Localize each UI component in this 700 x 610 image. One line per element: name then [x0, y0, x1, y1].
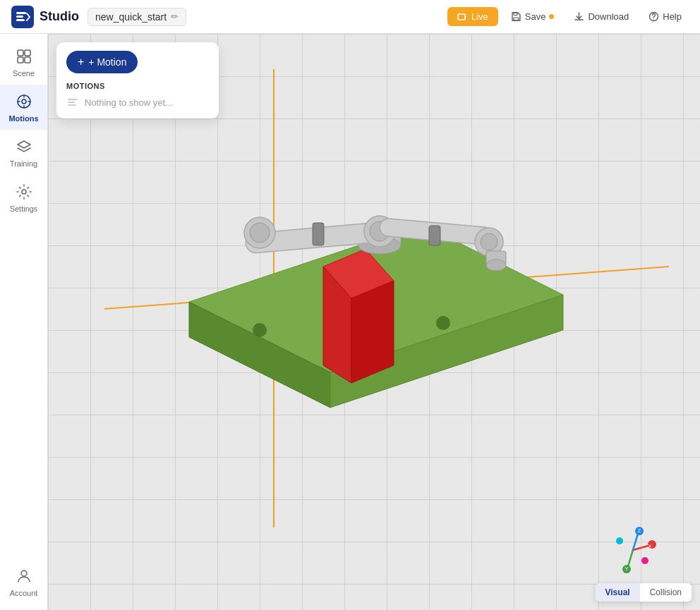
axes-gizmo: X Y Z — [608, 525, 658, 575]
svg-rect-42 — [68, 99, 78, 100]
app-title: Studio — [40, 9, 79, 24]
app-logo: Studio — [11, 6, 79, 28]
svg-rect-5 — [514, 13, 517, 16]
3d-scene — [104, 69, 669, 527]
svg-point-31 — [250, 223, 270, 243]
svg-point-13 — [22, 99, 26, 104]
motions-panel: + + Motion MOTIONS Nothing to show yet..… — [56, 42, 219, 118]
svg-point-22 — [436, 316, 450, 330]
account-icon — [14, 566, 34, 586]
sidebar-item-label: Settings — [10, 205, 38, 213]
svg-rect-0 — [16, 12, 26, 14]
save-button[interactable]: Save — [504, 7, 562, 26]
download-button[interactable]: Download — [567, 7, 636, 26]
svg-rect-1 — [16, 16, 23, 18]
help-button[interactable]: Help — [641, 7, 689, 26]
training-icon — [14, 137, 34, 157]
svg-text:Z: Z — [638, 527, 641, 534]
svg-point-7 — [653, 18, 654, 19]
settings-icon — [14, 182, 34, 202]
sidebar-item-motions[interactable]: Motions — [0, 85, 47, 130]
svg-rect-3 — [458, 14, 465, 20]
sidebar-item-label: Training — [10, 159, 37, 168]
svg-line-51 — [633, 534, 638, 550]
svg-text:Y: Y — [624, 566, 629, 572]
svg-point-21 — [253, 323, 267, 337]
svg-rect-44 — [68, 104, 76, 106]
motions-panel-header: + + Motion — [56, 42, 219, 82]
add-motion-button[interactable]: + + Motion — [66, 51, 138, 73]
motions-empty-state: Nothing to show yet... — [66, 96, 209, 109]
scene-icon — [14, 47, 34, 66]
main-layout: Scene Motions Training — [0, 34, 700, 610]
save-indicator — [549, 14, 554, 19]
motions-section: MOTIONS Nothing to show yet... — [56, 82, 219, 118]
svg-point-15 — [21, 571, 27, 576]
header: Studio new_quick_start ✏ Live Save — [0, 0, 700, 34]
svg-point-36 — [481, 233, 497, 250]
sidebar-item-training[interactable]: Training — [0, 130, 47, 175]
svg-point-39 — [486, 260, 506, 271]
svg-point-54 — [641, 557, 648, 564]
svg-rect-8 — [18, 50, 23, 56]
project-name-field[interactable]: new_quick_start ✏ — [88, 8, 186, 26]
motions-icon — [14, 92, 34, 111]
live-button[interactable]: Live — [447, 7, 498, 26]
view-visual-button[interactable]: Visual — [596, 583, 640, 602]
3d-viewport[interactable]: + + Motion MOTIONS Nothing to show yet..… — [48, 34, 700, 610]
viewport-content: + + Motion MOTIONS Nothing to show yet..… — [48, 34, 700, 610]
svg-text:X: X — [648, 543, 652, 549]
svg-marker-25 — [351, 281, 394, 383]
project-name-text: new_quick_start — [95, 11, 167, 23]
sidebar-item-label: Motions — [8, 114, 38, 123]
svg-line-48 — [628, 550, 633, 566]
svg-point-14 — [22, 190, 26, 194]
sidebar-item-scene[interactable]: Scene — [0, 39, 47, 85]
edit-icon[interactable]: ✏ — [171, 11, 179, 22]
sidebar-item-account[interactable]: Account — [0, 559, 47, 604]
svg-rect-11 — [25, 57, 30, 63]
header-actions: Live Save Download Help — [447, 7, 689, 26]
sidebar: Scene Motions Training — [0, 34, 48, 610]
sidebar-item-label: Account — [10, 589, 38, 597]
add-motion-label: + Motion — [88, 56, 126, 68]
empty-text: Nothing to show yet... — [85, 97, 173, 108]
view-collision-button[interactable]: Collision — [640, 583, 692, 602]
logo-icon — [11, 6, 34, 28]
svg-rect-43 — [68, 102, 75, 103]
svg-rect-41 — [429, 226, 440, 245]
svg-rect-10 — [18, 57, 23, 63]
view-toggle: Visual Collision — [596, 583, 692, 602]
plus-icon: + — [78, 56, 84, 68]
svg-point-55 — [616, 537, 623, 544]
sidebar-item-settings[interactable]: Settings — [0, 175, 47, 220]
motions-section-title: MOTIONS — [66, 82, 209, 90]
empty-list-icon — [66, 96, 79, 109]
svg-rect-2 — [16, 19, 25, 21]
sidebar-item-label: Scene — [13, 69, 35, 78]
svg-rect-9 — [25, 50, 30, 56]
svg-rect-40 — [313, 223, 324, 245]
